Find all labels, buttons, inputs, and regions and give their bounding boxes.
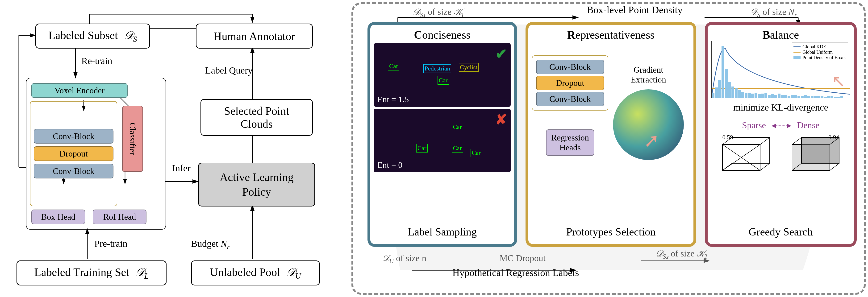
hist-bar bbox=[801, 96, 804, 98]
balance-histogram: Global KDE Global Uniform Point Density … bbox=[711, 41, 850, 98]
car-label-1: Car bbox=[388, 62, 399, 70]
mc-dropout-label: MC Dropout bbox=[500, 253, 546, 263]
selected-point-clouds-box: Selected PointClouds bbox=[200, 99, 313, 136]
retrain-label: Re-train bbox=[81, 55, 112, 66]
car-b3: Car bbox=[452, 144, 463, 153]
hist-bar bbox=[820, 96, 824, 98]
model-box: Voxel Encoder Conv-Block Dropout Conv-Bl… bbox=[26, 78, 166, 230]
box-head-block: Box Head bbox=[31, 209, 85, 224]
regression-heads-block: RegressionHeads bbox=[546, 129, 594, 156]
hist-bar bbox=[748, 93, 751, 98]
hist-bar bbox=[735, 88, 738, 98]
hyp-labels: Hypothetical Regression Labels bbox=[453, 267, 579, 278]
dropout-block: Dropout bbox=[34, 146, 114, 161]
hist-bar bbox=[754, 93, 757, 98]
box-density-label: Box-level Point Density bbox=[587, 4, 683, 15]
hist-bar bbox=[837, 97, 840, 98]
minimize-label: minimize KL-divergence bbox=[711, 102, 850, 113]
active-policy-text: Active LearningPolicy bbox=[220, 170, 293, 199]
hist-bar bbox=[791, 95, 794, 98]
rep-dropout: Dropout bbox=[536, 76, 604, 90]
conciseness-card: Conciseness ✔ Car Pedestrian Cyclist Car… bbox=[368, 22, 517, 247]
labeled-subset-box: Labeled Subset 𝒟S bbox=[35, 24, 150, 48]
labeled-subset-text: Labeled Subset 𝒟S bbox=[49, 29, 137, 44]
hist-bar bbox=[831, 96, 833, 98]
sparse-val: 0.59 bbox=[722, 134, 733, 141]
hist-bar bbox=[778, 94, 780, 98]
ds2-label: 𝒟S₂ of size 𝒦2 bbox=[655, 248, 707, 260]
double-arrow-icon: ◂┈┈▸ bbox=[772, 120, 791, 130]
hist-bar bbox=[784, 95, 787, 98]
unlabeled-pool-text: Unlabeled Pool 𝒟U bbox=[210, 266, 301, 280]
gradient-extraction-label: GradientExtraction bbox=[631, 65, 666, 85]
hist-bar bbox=[751, 94, 754, 98]
svg-line-32 bbox=[760, 137, 770, 144]
hist-bar bbox=[787, 96, 790, 98]
sphere-arrow-icon: ➚ bbox=[644, 129, 659, 151]
conciseness-title: Conciseness bbox=[374, 28, 511, 41]
rep-convblock-1: Conv-Block bbox=[536, 60, 604, 74]
hist-bar bbox=[840, 96, 843, 98]
hist-bar bbox=[817, 96, 820, 98]
rep-title: Representativeness bbox=[532, 28, 690, 41]
hist-bar bbox=[814, 96, 817, 98]
labeled-training-text: Labeled Training Set 𝒟L bbox=[34, 266, 149, 280]
sparse-box-icon: 0.59 bbox=[720, 135, 772, 175]
classifier-block: Classifier bbox=[122, 106, 143, 172]
hist-bar bbox=[811, 96, 813, 98]
ds-nr-label: 𝒟S of size Nr bbox=[750, 7, 797, 19]
roi-head-block: RoI Head bbox=[93, 209, 147, 224]
check-icon: ✔ bbox=[495, 45, 507, 62]
hist-bar bbox=[794, 95, 797, 98]
ent-low-label: Ent = 0 bbox=[377, 160, 402, 170]
svg-line-42 bbox=[830, 163, 839, 170]
conv-block-2: Conv-Block bbox=[34, 164, 114, 178]
cyclist-label: Cyclist bbox=[459, 63, 478, 72]
hist-bar bbox=[712, 93, 714, 98]
hist-bar bbox=[725, 69, 728, 98]
balance-caption: Greedy Search bbox=[708, 226, 854, 238]
hist-bar bbox=[834, 97, 837, 98]
dense-label: Dense bbox=[797, 120, 819, 130]
labeled-training-set-box: Labeled Training Set 𝒟L bbox=[17, 261, 166, 286]
hist-bar bbox=[768, 95, 771, 98]
rep-convblock-2: Conv-Block bbox=[536, 92, 604, 106]
selected-pc-text: Selected PointClouds bbox=[224, 104, 289, 130]
conv-block-1: Conv-Block bbox=[34, 129, 114, 143]
x-icon: ✘ bbox=[495, 111, 507, 128]
sparse-label: Sparse bbox=[742, 120, 766, 130]
car-b1: Car bbox=[452, 123, 463, 131]
hist-bar bbox=[781, 95, 784, 98]
hist-bar bbox=[807, 96, 810, 98]
hist-bar bbox=[771, 94, 774, 98]
hist-bar bbox=[718, 80, 721, 98]
infer-label: Infer bbox=[172, 163, 191, 174]
pretrain-label: Pre-train bbox=[94, 238, 127, 249]
active-learning-policy-box: Active LearningPolicy bbox=[198, 163, 315, 206]
balance-arrow-icon: ↖ bbox=[832, 71, 846, 91]
hist-bar bbox=[738, 90, 741, 98]
right-panel: 𝒟S₁ of size 𝒦1 Box-level Point Density 𝒟… bbox=[351, 2, 866, 295]
ds1-label: 𝒟S₁ of size 𝒦1 bbox=[412, 7, 464, 19]
sparse-dense-row: Sparse ◂┈┈▸ Dense bbox=[711, 120, 850, 130]
hist-bar bbox=[798, 96, 800, 98]
dense-val: 0.94 bbox=[828, 134, 839, 141]
hist-bar bbox=[728, 82, 731, 98]
car-label-2: Car bbox=[437, 76, 449, 85]
human-annotator-box: Human Annotator bbox=[196, 24, 313, 48]
ent-high-label: Ent = 1.5 bbox=[377, 95, 409, 104]
budget-label: Budget Nr bbox=[191, 238, 229, 251]
voxel-encoder-block: Voxel Encoder bbox=[31, 83, 128, 98]
hist-bar bbox=[745, 93, 747, 98]
svg-rect-38 bbox=[802, 137, 839, 163]
hist-bar bbox=[774, 95, 777, 98]
dense-box-icon: 0.94 bbox=[790, 135, 842, 175]
gradient-sphere: ➚ bbox=[613, 89, 684, 160]
car-b2: Car bbox=[416, 144, 428, 153]
pc-image-high-entropy: ✔ Car Pedestrian Cyclist Car Ent = 1.5 bbox=[374, 43, 511, 107]
left-panel: Labeled Subset 𝒟S Human Annotator Re-tra… bbox=[2, 2, 347, 295]
unlabeled-pool-box: Unlabeled Pool 𝒟U bbox=[191, 261, 320, 286]
hist-bar bbox=[732, 87, 734, 98]
hist-bar bbox=[804, 95, 807, 98]
hist-bar bbox=[758, 94, 761, 98]
